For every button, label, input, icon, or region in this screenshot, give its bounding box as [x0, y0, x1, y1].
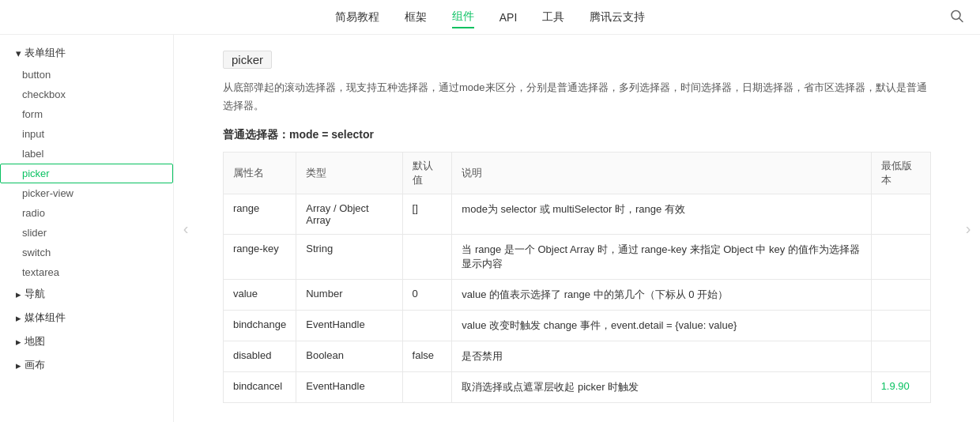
sidebar-item-radio[interactable]: radio — [0, 203, 173, 223]
prop-name: value — [224, 279, 296, 310]
table-row: bindchangeEventHandlevalue 改变时触发 change … — [224, 310, 931, 341]
table-row: rangeArray / Object Array[]mode为 selecto… — [224, 194, 931, 234]
col-header-type: 类型 — [296, 152, 402, 194]
table-row: range-keyString当 range 是一个 Object Array … — [224, 234, 931, 279]
prop-type: Boolean — [296, 341, 402, 371]
arrow-right-icon-4: ▸ — [16, 360, 21, 371]
sidebar-item-label[interactable]: label — [0, 144, 173, 164]
sidebar-group-map[interactable]: ▸ 地图 — [0, 330, 173, 353]
nav-item-tools[interactable]: 工具 — [542, 7, 564, 28]
section-title: 普通选择器：mode = selector — [223, 128, 931, 142]
group-label-nav: 导航 — [24, 287, 45, 301]
prop-name: bindcancel — [224, 371, 296, 402]
prop-desc: mode为 selector 或 multiSelector 时，range 有… — [452, 194, 871, 234]
col-header-default: 默认值 — [402, 152, 452, 194]
nav-item-tencent[interactable]: 腾讯云支持 — [590, 7, 645, 28]
prev-arrow[interactable]: ‹ — [174, 35, 198, 422]
prop-default: false — [402, 341, 452, 371]
nav-items: 简易教程 框架 组件 API 工具 腾讯云支持 — [335, 6, 646, 28]
prop-default — [402, 371, 452, 402]
sidebar-item-switch[interactable]: switch — [0, 243, 173, 262]
prop-type: EventHandle — [296, 310, 402, 341]
prop-default — [402, 310, 452, 341]
table-row: valueNumber0value 的值表示选择了 range 中的第几个（下标… — [224, 279, 931, 310]
arrow-right-icon-2: ▸ — [16, 312, 21, 324]
group-label-canvas: 画布 — [24, 358, 45, 372]
sidebar-item-textarea[interactable]: textarea — [0, 262, 173, 282]
component-description: 从底部弹起的滚动选择器，现支持五种选择器，通过mode来区分，分别是普通选择器，… — [223, 78, 931, 115]
version-link[interactable]: 1.9.90 — [881, 380, 910, 392]
group-label-media: 媒体组件 — [24, 311, 66, 325]
sidebar-group-canvas[interactable]: ▸ 画布 — [0, 353, 173, 377]
prop-version: 1.9.90 — [871, 371, 930, 402]
sidebar-item-form[interactable]: form — [0, 104, 173, 124]
col-header-version: 最低版本 — [871, 152, 930, 194]
arrow-down-icon: ▾ — [16, 47, 21, 59]
prop-version — [871, 310, 930, 341]
sidebar-group-nav[interactable]: ▸ 导航 — [0, 282, 173, 306]
prop-type: EventHandle — [296, 371, 402, 402]
next-arrow[interactable]: › — [956, 35, 980, 422]
top-navigation: 简易教程 框架 组件 API 工具 腾讯云支持 — [0, 0, 980, 35]
prop-desc: 当 range 是一个 Object Array 时，通过 range-key … — [452, 234, 871, 279]
prop-default — [402, 234, 452, 279]
sidebar: ▾ 表单组件 button checkbox form input label … — [0, 35, 174, 422]
prop-desc: value 改变时触发 change 事件，event.detail = {va… — [452, 310, 871, 341]
component-title-tag: picker — [223, 51, 272, 69]
prop-version — [871, 279, 930, 310]
prop-desc: 取消选择或点遮罩层收起 picker 时触发 — [452, 371, 871, 402]
sidebar-item-button[interactable]: button — [0, 65, 173, 85]
prop-desc: value 的值表示选择了 range 中的第几个（下标从 0 开始） — [452, 279, 871, 310]
prop-name: range-key — [224, 234, 296, 279]
prop-default: [] — [402, 194, 452, 234]
arrow-right-icon: ▸ — [16, 288, 21, 300]
sidebar-group-media[interactable]: ▸ 媒体组件 — [0, 306, 173, 330]
group-label-map: 地图 — [24, 334, 45, 349]
prop-type: String — [296, 234, 402, 279]
nav-item-framework[interactable]: 框架 — [405, 7, 427, 28]
arrow-right-icon-3: ▸ — [16, 336, 21, 348]
prop-version — [871, 234, 930, 279]
properties-table: 属性名 类型 默认值 说明 最低版本 rangeArray / Object A… — [223, 152, 931, 403]
search-icon[interactable] — [950, 9, 964, 25]
prop-name: disabled — [224, 341, 296, 371]
prop-type: Number — [296, 279, 402, 310]
prop-name: range — [224, 194, 296, 234]
nav-item-components[interactable]: 组件 — [452, 6, 474, 28]
main-content: picker 从底部弹起的滚动选择器，现支持五种选择器，通过mode来区分，分别… — [198, 35, 956, 422]
prop-desc: 是否禁用 — [452, 341, 871, 371]
prop-version — [871, 194, 930, 234]
sidebar-group-form[interactable]: ▾ 表单组件 — [0, 41, 173, 65]
sidebar-item-input[interactable]: input — [0, 124, 173, 144]
svg-line-1 — [959, 18, 963, 22]
prop-type: Array / Object Array — [296, 194, 402, 234]
col-header-prop: 属性名 — [224, 152, 296, 194]
nav-item-tutorial[interactable]: 简易教程 — [335, 7, 379, 28]
prop-version — [871, 341, 930, 371]
sidebar-item-slider[interactable]: slider — [0, 223, 173, 243]
prop-name: bindchange — [224, 310, 296, 341]
main-layout: ▾ 表单组件 button checkbox form input label … — [0, 35, 980, 422]
col-header-desc: 说明 — [452, 152, 871, 194]
table-row: disabledBooleanfalse是否禁用 — [224, 341, 931, 371]
prop-default: 0 — [402, 279, 452, 310]
sidebar-item-picker[interactable]: picker — [0, 164, 173, 183]
group-label-form: 表单组件 — [24, 46, 66, 60]
sidebar-item-checkbox[interactable]: checkbox — [0, 85, 173, 104]
nav-item-api[interactable]: API — [499, 8, 518, 27]
sidebar-item-picker-view[interactable]: picker-view — [0, 183, 173, 203]
table-row: bindcancelEventHandle取消选择或点遮罩层收起 picker … — [224, 371, 931, 402]
